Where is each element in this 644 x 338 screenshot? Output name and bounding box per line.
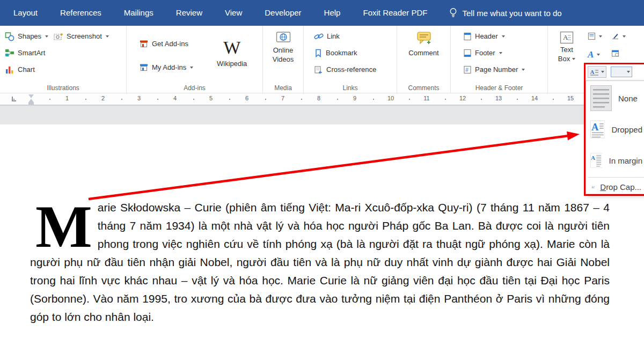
hanging-indent-marker[interactable] xyxy=(28,99,34,102)
ruler-number: 8 xyxy=(317,95,320,101)
group-media: Online Videos Media xyxy=(263,26,304,93)
chevron-down-icon xyxy=(597,54,600,56)
tab-layout[interactable]: Layout xyxy=(2,0,49,26)
annotation-highlight-box: A None xyxy=(584,63,644,196)
text-box-icon: A xyxy=(560,31,574,44)
chevron-down-icon xyxy=(45,35,48,38)
group-add-ins: Get Add-ins My Add-ins W Wikipedia Add-i… xyxy=(127,26,263,93)
my-add-ins-button[interactable]: My Add-ins xyxy=(136,59,209,76)
tab-view[interactable]: View xyxy=(214,0,253,26)
text-group-row3: A xyxy=(586,64,644,79)
menu-item-drop-cap-options[interactable]: A Drop Cap... xyxy=(586,179,644,195)
page-number-button[interactable]: # Page Number xyxy=(460,61,545,78)
link-icon xyxy=(314,32,324,41)
object-dropdown[interactable] xyxy=(611,67,632,77)
left-indent-marker[interactable] xyxy=(28,102,34,105)
drop-cap-button[interactable]: A xyxy=(588,66,606,78)
ruler-number: 4 xyxy=(173,95,177,101)
link-button[interactable]: Link xyxy=(311,28,394,45)
get-add-ins-label: Get Add-ins xyxy=(152,40,188,48)
ruler-tick xyxy=(517,99,518,100)
document-page[interactable]: Marie Skłodowska – Curie (phiên âm tiếng… xyxy=(0,124,644,338)
tell-me-label: Tell me what you want to do xyxy=(463,9,562,18)
first-line-indent-marker[interactable] xyxy=(28,94,34,98)
ruler-tick xyxy=(265,99,266,100)
drop-cap-menu: None A Dropped A xyxy=(586,80,644,194)
wordart-button[interactable]: A xyxy=(588,49,600,60)
text-box-label-1: Text xyxy=(560,45,573,54)
ruler-tick xyxy=(409,99,410,100)
tell-me-box[interactable]: Tell me what you want to do xyxy=(449,8,562,18)
ruler-number: 7 xyxy=(281,95,284,101)
drop-cap-none-icon xyxy=(590,85,612,111)
signature-line-button[interactable] xyxy=(611,32,626,40)
chevron-down-icon xyxy=(623,35,626,38)
ruler-number: 13 xyxy=(495,95,502,101)
chevron-down-icon xyxy=(572,58,575,60)
text-box-label-2: Box xyxy=(558,54,570,63)
shapes-label: Shapes xyxy=(18,32,41,40)
footer-icon xyxy=(463,49,472,57)
menu-item-dropped[interactable]: A Dropped xyxy=(586,114,644,145)
online-videos-button[interactable]: Online Videos xyxy=(265,28,301,64)
group-header-footer: Header Footer # Page Number Header & Foo… xyxy=(451,26,548,93)
online-videos-label-2: Videos xyxy=(273,55,294,64)
svg-text:#: # xyxy=(465,67,469,73)
group-illustrations: Shapes Screenshot xyxy=(0,26,127,93)
cross-reference-icon xyxy=(314,65,323,74)
ruler-tick xyxy=(157,99,158,100)
paragraph[interactable]: Marie Skłodowska – Curie (phiên âm tiếng… xyxy=(30,199,610,326)
wikipedia-label: Wikipedia xyxy=(217,59,247,68)
svg-text:A: A xyxy=(590,69,595,75)
ruler-number: 6 xyxy=(245,95,248,101)
header-footer-group-label: Header & Footer xyxy=(451,84,547,92)
shapes-button[interactable]: Shapes xyxy=(2,28,51,45)
chevron-down-icon xyxy=(106,35,109,38)
chevron-down-icon xyxy=(627,71,630,73)
chevron-down-icon xyxy=(190,67,193,69)
date-time-button[interactable] xyxy=(611,49,619,57)
word-window: Layout References Mailings Review View D… xyxy=(0,0,644,338)
ruler-tick xyxy=(229,99,230,100)
chevron-down-icon xyxy=(599,35,602,38)
wikipedia-icon: W xyxy=(223,39,240,57)
lightbulb-icon xyxy=(449,8,458,18)
smartart-button[interactable]: SmartArt xyxy=(2,45,124,61)
tab-mailings[interactable]: Mailings xyxy=(113,0,165,26)
tab-developer[interactable]: Developer xyxy=(253,0,312,26)
link-label: Link xyxy=(327,32,340,40)
ruler-number: 11 xyxy=(423,95,429,101)
tab-foxit-reader-pdf[interactable]: Foxit Reader PDF xyxy=(352,0,438,26)
chevron-down-icon xyxy=(502,35,505,38)
chart-button[interactable]: Chart xyxy=(2,61,124,78)
wikipedia-button[interactable]: W Wikipedia xyxy=(217,35,247,83)
drop-cap-in-margin-icon: A xyxy=(590,148,602,173)
tab-review[interactable]: Review xyxy=(165,0,214,26)
bookmark-button[interactable]: Bookmark xyxy=(311,45,394,61)
online-videos-icon xyxy=(276,31,291,44)
menu-item-none[interactable]: None xyxy=(586,83,644,114)
screenshot-button[interactable]: Screenshot xyxy=(51,28,112,45)
tab-references[interactable]: References xyxy=(49,0,113,26)
get-add-ins-button[interactable]: Get Add-ins xyxy=(136,35,209,52)
illustrations-group-label: Illustrations xyxy=(0,84,126,92)
text-box-button[interactable]: A Text Box xyxy=(550,28,583,63)
ruler-tick xyxy=(373,99,374,100)
group-comments: Comment Comments xyxy=(397,26,451,93)
svg-text:A: A xyxy=(591,185,593,188)
menu-item-in-margin[interactable]: A In margin xyxy=(586,145,644,176)
media-group-label: Media xyxy=(263,84,303,92)
comment-button[interactable]: Comment xyxy=(399,28,448,57)
menu-item-label: None xyxy=(618,94,638,103)
quick-parts-button[interactable] xyxy=(588,32,602,40)
tab-help[interactable]: Help xyxy=(313,0,352,26)
header-button[interactable]: Header xyxy=(460,28,545,45)
ruler-tick xyxy=(193,99,194,100)
smartart-label: SmartArt xyxy=(18,49,45,57)
cross-reference-label: Cross-reference xyxy=(326,65,376,74)
cross-reference-button[interactable]: Cross-reference xyxy=(311,61,394,78)
ruler-tick xyxy=(301,99,302,100)
bookmark-icon xyxy=(314,49,323,57)
footer-button[interactable]: Footer xyxy=(460,45,545,61)
drop-cap-letter: M xyxy=(35,202,92,251)
